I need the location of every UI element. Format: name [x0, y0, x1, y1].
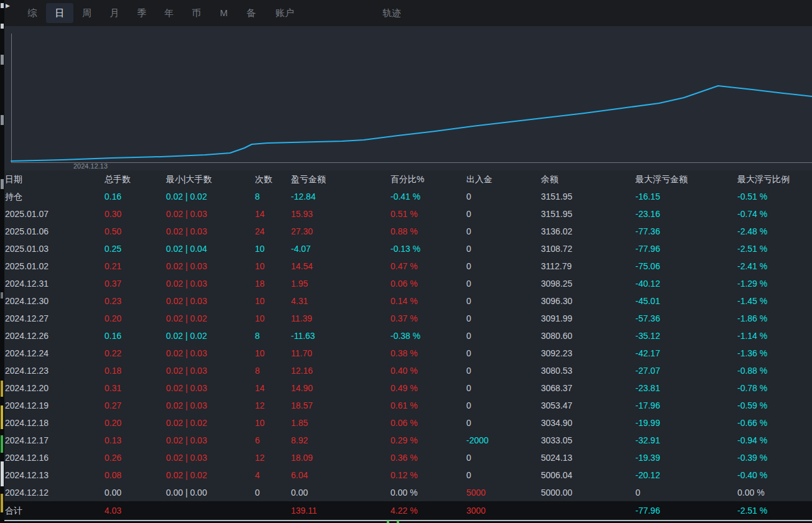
equity-curve-chart[interactable]: 2024.12.13 [0, 26, 812, 170]
dock-strip-mark-6 [1, 381, 3, 397]
cell-col6: 3000 [466, 501, 541, 520]
cell-col3: 0 [255, 484, 291, 501]
table-row-2024.12.23[interactable]: 2024.12.230.180.02 | 0.03812.160.40 %030… [0, 362, 812, 379]
cell-col8: -40.12 [635, 275, 737, 292]
cell-col7: 3108.72 [541, 240, 635, 257]
table-row-2025.01.07[interactable]: 2025.01.070.300.02 | 0.031415.930.51 %03… [0, 205, 812, 223]
column-header-4[interactable]: 盈亏金额 [291, 170, 390, 188]
column-header-7[interactable]: 余额 [541, 170, 635, 188]
cell-col2: 0.02 | 0.03 [166, 362, 255, 379]
cell-col5: 0.61 % [390, 397, 466, 414]
cell-col8: -32.91 [635, 432, 737, 449]
column-header-8[interactable]: 最大浮亏金额 [635, 170, 737, 188]
cell-col3: 8 [255, 362, 291, 379]
cell-col5: 0.49 % [390, 379, 466, 397]
trading-app-window: ▶ 综日周月季年币M备账户轨迹 2024.12.13 日期总手数最小|大手数次数… [0, 0, 812, 523]
cell-col9: -2.51 % [737, 501, 812, 520]
cell-col3: 6 [255, 432, 291, 449]
cell-col5: 0.00 % [390, 484, 466, 501]
table-row-2024.12.26[interactable]: 2024.12.260.160.02 | 0.028-11.63-0.38 %0… [0, 327, 812, 345]
cell-col6: 0 [466, 362, 541, 379]
table-row-2025.01.06[interactable]: 2025.01.060.500.02 | 0.032427.300.88 %03… [0, 223, 812, 240]
cell-col3: 8 [255, 327, 291, 345]
cell-col8: -77.96 [635, 240, 737, 257]
table-row-2024.12.31[interactable]: 2024.12.310.370.02 | 0.03181.950.06 %030… [0, 275, 812, 292]
cell-col6: 0 [466, 240, 541, 257]
table-row-2024.12.16[interactable]: 2024.12.160.260.02 | 0.031218.090.36 %05… [0, 449, 812, 466]
cell-col1: 0.22 [104, 345, 166, 362]
column-header-3[interactable]: 次数 [255, 170, 291, 188]
cell-col8: -45.01 [635, 292, 737, 310]
cell-col4: 18.57 [291, 397, 390, 414]
column-header-5[interactable]: 百分比% [390, 170, 466, 188]
cell-col9: -0.39 % [737, 449, 812, 466]
cell-col1: 4.03 [104, 501, 166, 520]
cell-col1: 0.30 [104, 205, 166, 223]
table-row-2024.12.24[interactable]: 2024.12.240.220.02 | 0.031011.700.38 %03… [0, 345, 812, 362]
column-header-1[interactable]: 总手数 [104, 170, 166, 188]
cell-col4: 8.92 [291, 432, 390, 449]
column-header-9[interactable]: 最大浮亏比例 [737, 170, 812, 188]
cell-col0: 2024.12.17 [5, 432, 104, 449]
cell-col9: -0.40 % [737, 466, 812, 484]
cell-col1: 0.08 [104, 466, 166, 484]
table-row-2024.12.20[interactable]: 2024.12.200.310.02 | 0.031414.900.49 %03… [0, 379, 812, 397]
cell-col5: 0.40 % [390, 362, 466, 379]
table-row-2024.12.27[interactable]: 2024.12.270.200.02 | 0.021011.390.37 %03… [0, 310, 812, 327]
cell-col6: 0 [466, 379, 541, 397]
cell-col7: 3151.95 [541, 205, 635, 223]
table-row-持仓[interactable]: 持仓0.160.02 | 0.028-12.84-0.41 %03151.95-… [0, 188, 812, 205]
cell-col1: 0.20 [104, 310, 166, 327]
footer-green-tick-1 [397, 521, 399, 523]
cell-col8: -57.36 [635, 310, 737, 327]
cell-col3: 10 [255, 240, 291, 257]
cell-col2: 0.02 | 0.03 [166, 379, 255, 397]
cell-col8: -35.12 [635, 327, 737, 345]
tab-季[interactable]: 季 [128, 3, 155, 23]
cell-col4: 27.30 [291, 223, 390, 240]
cell-col3: 10 [255, 292, 291, 310]
tab-币[interactable]: 币 [183, 3, 210, 23]
cell-col7: 5006.04 [541, 466, 635, 484]
table-row-2024.12.30[interactable]: 2024.12.300.230.02 | 0.03104.310.14 %030… [0, 292, 812, 310]
cell-col2 [166, 501, 255, 520]
cell-col9: -0.51 % [737, 188, 812, 205]
cell-col9: -2.51 % [737, 240, 812, 257]
collapse-arrow-icon[interactable]: ▶ [6, 3, 10, 9]
cell-col2: 0.02 | 0.03 [166, 449, 255, 466]
cell-col4: 12.16 [291, 362, 390, 379]
column-header-2[interactable]: 最小|大手数 [166, 170, 255, 188]
cell-col3: 10 [255, 257, 291, 275]
table-row-2024.12.19[interactable]: 2024.12.190.270.02 | 0.031218.570.61 %03… [0, 397, 812, 414]
tab-备[interactable]: 备 [238, 3, 265, 23]
table-row-2024.12.13[interactable]: 2024.12.130.080.02 | 0.0246.040.12 %0500… [0, 466, 812, 484]
column-header-6[interactable]: 出入金 [466, 170, 541, 188]
cell-col8: -75.06 [635, 257, 737, 275]
cell-col0: 持仓 [5, 188, 104, 205]
daily-stats-table: 日期总手数最小|大手数次数盈亏金额百分比%出入金余额最大浮亏金额最大浮亏比例 持… [0, 170, 812, 520]
cell-col6: 0 [466, 310, 541, 327]
column-header-0[interactable]: 日期 [5, 170, 104, 188]
table-row-2024.12.12[interactable]: 2024.12.120.000.00 | 0.0000.000.00 %5000… [0, 484, 812, 501]
tab-周[interactable]: 周 [73, 3, 101, 23]
cell-col6: 0 [466, 205, 541, 223]
dock-strip-mark-2 [1, 55, 4, 65]
tab-月[interactable]: 月 [101, 3, 128, 23]
cell-col7 [541, 501, 635, 520]
tab-账户[interactable]: 账户 [265, 3, 305, 23]
table-row-2024.12.17[interactable]: 2024.12.170.130.02 | 0.0368.920.29 %-200… [0, 432, 812, 449]
tab-轨迹[interactable]: 轨迹 [378, 3, 405, 23]
cell-col3: 14 [255, 379, 291, 397]
tab-日[interactable]: 日 [46, 3, 73, 23]
tab-年[interactable]: 年 [155, 3, 183, 23]
cell-col0: 2024.12.30 [5, 292, 104, 310]
table-row-2024.12.18[interactable]: 2024.12.180.200.02 | 0.02101.850.06 %030… [0, 414, 812, 432]
table-row-2025.01.03[interactable]: 2025.01.030.250.02 | 0.0410-4.07-0.13 %0… [0, 240, 812, 257]
tab-M[interactable]: M [210, 3, 238, 23]
cell-col1: 0.16 [104, 188, 166, 205]
cell-col8: -23.81 [635, 379, 737, 397]
period-tab-bar: ▶ 综日周月季年币M备账户轨迹 [0, 0, 812, 26]
table-row-2025.01.02[interactable]: 2025.01.020.210.02 | 0.031014.540.47 %03… [0, 257, 812, 275]
cell-col3: 4 [255, 466, 291, 484]
tab-综[interactable]: 综 [19, 3, 46, 23]
